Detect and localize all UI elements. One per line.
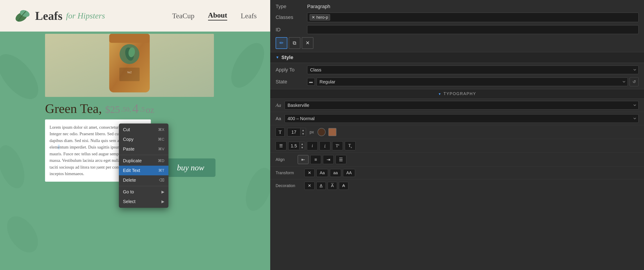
context-menu-paste[interactable]: Paste ⌘V xyxy=(119,144,168,154)
transform-capitalize-icon: Aa xyxy=(320,171,325,175)
product-weight-decimal: .5 xyxy=(140,106,145,113)
align-center-button[interactable]: ≡ xyxy=(310,155,321,164)
close-icon: ✕ xyxy=(306,40,310,46)
context-copy-label: Copy xyxy=(123,137,134,142)
product-bag-svg: №2 xyxy=(45,34,214,97)
context-paste-label: Paste xyxy=(123,146,134,152)
context-menu-cut[interactable]: Cut ⌘X xyxy=(119,125,168,135)
line-height-up-button[interactable]: ▲ xyxy=(300,142,305,146)
state-reset-button[interactable]: ↺ xyxy=(630,77,638,86)
font-size-input-group[interactable]: ▲ ▼ xyxy=(287,128,306,136)
site-logo-sub: for Hipsters xyxy=(66,11,105,21)
reset-icon: ↺ xyxy=(632,79,636,84)
typography-arrow-icon: ▼ xyxy=(438,92,441,96)
context-menu-divider-1 xyxy=(119,155,168,155)
nav-leafs[interactable]: Leafs xyxy=(241,12,257,20)
decoration-none-button[interactable]: ✕ xyxy=(304,182,314,190)
decoration-overline-button[interactable]: A xyxy=(328,182,337,190)
transform-lowercase-button[interactable]: aa xyxy=(330,169,341,177)
context-duplicate-label: Duplicate xyxy=(123,158,142,163)
context-menu-duplicate[interactable]: Duplicate ⌘D xyxy=(119,156,168,166)
nav-about[interactable]: About xyxy=(208,11,227,21)
font-size-up-button[interactable]: ▲ xyxy=(300,128,306,132)
product-image: №2 xyxy=(45,34,214,97)
italic-serif-icon: i xyxy=(324,144,326,148)
style-arrow-icon: ▼ xyxy=(276,56,279,60)
context-delete-label: Delete xyxy=(123,178,136,183)
decoration-underline-button[interactable]: A xyxy=(316,182,326,190)
state-icon: ▬ xyxy=(309,80,313,84)
font-size-spinner[interactable]: ▲ ▼ xyxy=(300,128,306,136)
align-right-icon: ⇥ xyxy=(326,157,330,162)
context-paste-shortcut: ⌘V xyxy=(158,147,164,151)
font-size-input[interactable] xyxy=(288,128,300,136)
context-menu-edit-text[interactable]: Edit Text ⌘T xyxy=(119,166,168,175)
superscript-button[interactable]: Te xyxy=(332,141,343,150)
product-weight-unit: oz xyxy=(146,105,154,115)
right-panel: Type Paragraph Classes ✕ hero-p ID ✏ ⧉ xyxy=(270,0,644,270)
list-style-button[interactable]: ☰ xyxy=(276,141,286,150)
tag-close-icon[interactable]: ✕ xyxy=(312,15,315,20)
font-select[interactable]: Baskerville Arial Georgia Times New Roma… xyxy=(284,101,638,110)
list-icon: ☰ xyxy=(279,143,283,148)
state-select[interactable]: Regular Hover Focus Active xyxy=(316,78,628,86)
svg-text:№2: №2 xyxy=(127,71,132,74)
type-label: Type xyxy=(276,4,307,10)
subscript-button[interactable]: Te xyxy=(345,141,356,150)
align-label: Align xyxy=(276,157,296,162)
transform-capitalize-button[interactable]: Aa xyxy=(316,169,328,177)
text-color-button[interactable]: T xyxy=(276,128,284,137)
nav-teacup[interactable]: TeaCup xyxy=(172,12,194,20)
state-icon-button[interactable]: ▬ xyxy=(307,78,315,86)
close-icon-button[interactable]: ✕ xyxy=(302,37,314,49)
transform-none-button[interactable]: ✕ xyxy=(304,169,314,177)
state-row: State ▬ Regular Hover Focus Active ↺ xyxy=(276,77,638,86)
typography-title: TYPOGRAPHY xyxy=(443,92,476,96)
italic-serif-button[interactable]: i xyxy=(320,141,330,150)
italic-button[interactable]: i xyxy=(307,141,318,150)
buy-now-button[interactable]: buy now xyxy=(166,158,216,177)
align-center-icon: ≡ xyxy=(314,157,317,162)
text-background-color-swatch[interactable] xyxy=(328,128,336,136)
style-section-header[interactable]: ▼ Style xyxy=(270,52,644,63)
svg-point-4 xyxy=(0,142,30,192)
context-menu-delete[interactable]: Delete ⌫ xyxy=(119,175,168,185)
line-height-down-button[interactable]: ▼ xyxy=(300,146,305,149)
copy-icon-button[interactable]: ⧉ xyxy=(289,37,300,49)
decoration-linethrough-button[interactable]: A xyxy=(339,182,348,190)
align-right-button[interactable]: ⇥ xyxy=(323,155,334,164)
id-row: ID xyxy=(276,25,638,34)
pencil-icon-button[interactable]: ✏ xyxy=(276,37,287,49)
context-goto-arrow: ▶ xyxy=(162,189,164,194)
typography-section-header[interactable]: ▼ TYPOGRAPHY xyxy=(270,89,644,99)
preview-panel: Leafs for Hipsters TeaCup About Leafs xyxy=(0,0,270,270)
align-justify-button[interactable]: ☰ xyxy=(336,155,346,164)
line-height-input-group[interactable]: ▲ ▼ xyxy=(288,142,305,150)
text-color-swatch[interactable] xyxy=(318,128,326,136)
transform-uppercase-button[interactable]: AA xyxy=(343,169,355,177)
line-height-spinner[interactable]: ▲ ▼ xyxy=(299,142,305,149)
apply-to-select[interactable]: Class Element Selector xyxy=(307,66,638,74)
svg-point-5 xyxy=(241,164,270,214)
site-logo-icon xyxy=(14,7,32,25)
align-justify-icon: ☰ xyxy=(339,157,343,162)
product-weight: 4 xyxy=(132,101,139,116)
line-height-input[interactable] xyxy=(288,142,299,150)
site-logo-area: Leafs for Hipsters xyxy=(14,7,172,25)
context-edit-text-shortcut: ⌘T xyxy=(158,168,164,173)
align-left-icon: ⇤ xyxy=(301,157,305,162)
font-row: Aa Baskerville Arial Georgia Times New R… xyxy=(270,99,644,112)
context-menu-select[interactable]: Select ▶ xyxy=(119,197,168,206)
context-menu-copy[interactable]: Copy ⌘C xyxy=(119,135,168,144)
copy-icon: ⧉ xyxy=(293,40,296,46)
context-menu-goto[interactable]: Go to ▶ xyxy=(119,187,168,197)
font-size-down-button[interactable]: ▼ xyxy=(300,132,306,136)
product-name: Green Tea, xyxy=(45,101,105,116)
classes-input[interactable]: ✕ hero-p xyxy=(307,13,638,22)
align-left-button[interactable]: ⇤ xyxy=(298,155,308,164)
font-weight-select[interactable]: 400 – Normal 100 – Thin 200 – ExtraLight… xyxy=(284,114,638,123)
class-tag-hero-p[interactable]: ✕ hero-p xyxy=(310,14,330,21)
type-section: Type Paragraph Classes ✕ hero-p ID ✏ ⧉ xyxy=(270,0,644,52)
id-input[interactable] xyxy=(307,25,638,34)
text-t-icon: T xyxy=(278,129,282,135)
